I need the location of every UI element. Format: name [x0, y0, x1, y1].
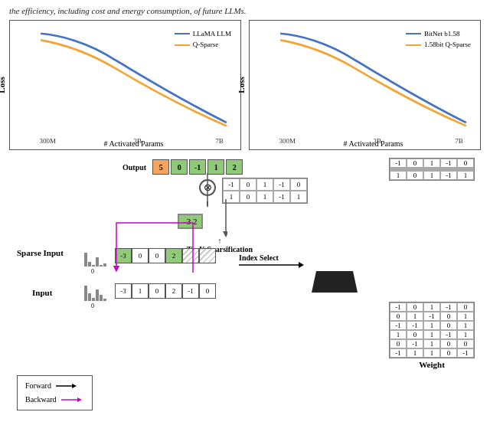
index-select-shape — [312, 271, 358, 293]
chart2-y-label: Loss — [237, 77, 246, 93]
chart-2: Loss 300M 3B 7B # Activated Params BitNe… — [249, 20, 481, 150]
legend1-label1: LLaMA LLM — [193, 28, 231, 39]
x-tick-1: 300M — [40, 137, 57, 145]
backward-arrow — [109, 200, 201, 276]
chart1-area: 300M 3B 7B # Activated Params LLaMA LLM … — [31, 25, 236, 132]
mc-0-3: -1 — [440, 159, 457, 168]
mc-3-1: 0 — [407, 171, 423, 180]
mc-0-0: -1 — [390, 159, 407, 168]
x-tick-6: 7B — [455, 137, 463, 145]
small-matrix-top: -1 0 1 -1 0 1 0 1 -1 1 — [222, 178, 308, 204]
forward-label: Forward — [25, 379, 51, 393]
index-select-arrow — [239, 260, 308, 270]
svg-marker-7 — [72, 384, 77, 388]
sparse-input-label: Sparse Input — [17, 248, 64, 257]
intro-text: the efficiency, including cost and energ… — [9, 6, 481, 15]
chart1-x-label: # Activated Params — [104, 139, 164, 148]
mc-3-2: 1 — [423, 171, 440, 180]
mc-0-1: 0 — [407, 159, 423, 168]
input-label: Input — [32, 288, 52, 297]
chart1-y-label: Loss — [0, 77, 6, 93]
input-boxes: -3 1 0 2 -1 0 — [115, 283, 216, 299]
output-section: Output 5 0 -1 1 2 — [122, 159, 243, 175]
chart2-area: 300M 3B 7B # Activated Params BitNet b1.… — [271, 25, 475, 132]
backward-arrow-icon — [61, 396, 84, 404]
out-3: 1 — [207, 159, 224, 175]
svg-marker-5 — [299, 262, 304, 268]
charts-row: Loss 300M 3B 7B # Activated Params — [9, 20, 481, 150]
out-1: 0 — [171, 159, 188, 175]
forward-arrow-icon — [56, 382, 79, 390]
chart-1: Loss 300M 3B 7B # Activated Params — [9, 20, 241, 150]
sparse-zero-tick: 0 — [91, 268, 94, 275]
weight-matrix-top-right: -1 0 1 -1 0 — [389, 158, 475, 181]
mc-3-4: 1 — [457, 171, 474, 180]
out-2: -1 — [189, 159, 206, 175]
x-tick-4: 300M — [279, 137, 296, 145]
input-zero-tick: 0 — [91, 302, 94, 309]
x-tick-3: 7B — [215, 137, 224, 145]
mc-3-0: 1 — [390, 171, 407, 180]
legend1-label2: Q-Sparse — [193, 39, 219, 50]
input-bars — [84, 283, 106, 301]
output-boxes: 5 0 -1 1 2 — [152, 159, 243, 175]
chart2-x-label: # Activated Params — [344, 139, 403, 148]
legend-box: Forward Backward — [17, 375, 93, 410]
diagram-inner: -1 0 1 -1 0 — [9, 158, 481, 410]
out-4: 2 — [226, 159, 243, 175]
legend2-label1: BitNet b1.58 — [424, 28, 460, 39]
backward-label: Backward — [25, 393, 57, 407]
mc-0-4: 0 — [457, 159, 474, 168]
chart2-legend: BitNet b1.58 1.58bit Q-Sparse — [406, 28, 471, 51]
diagram-section: -1 0 1 -1 0 — [9, 158, 481, 442]
chart1-legend: LLaMA LLM Q-Sparse — [175, 28, 231, 51]
weight-label: Weight — [389, 360, 475, 369]
legend2-label2: 1.58bit Q-Sparse — [424, 39, 471, 50]
weight-matrix-main: -1 0 1 -1 0 0 1 -1 0 1 -1 -1 1 0 1 1 0 — [389, 302, 475, 369]
arrow-left-down — [204, 199, 227, 237]
output-label: Output — [122, 163, 146, 172]
sparse-bars — [84, 248, 106, 267]
mc-0-2: 1 — [423, 159, 440, 168]
out-0: 5 — [152, 159, 169, 175]
mc-3-3: -1 — [440, 171, 457, 180]
svg-marker-9 — [77, 397, 82, 402]
